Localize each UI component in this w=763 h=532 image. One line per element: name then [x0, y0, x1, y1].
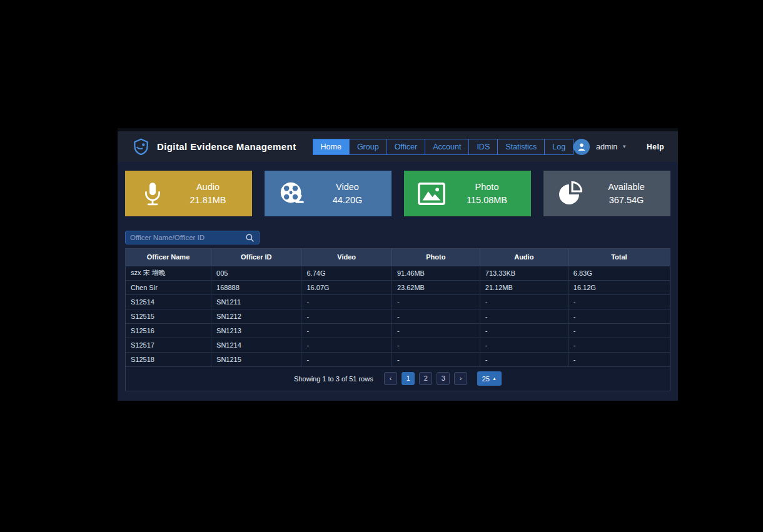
cell-officer-name: Chen Sir	[126, 280, 211, 294]
search-input[interactable]	[130, 234, 245, 241]
search-box	[125, 231, 260, 244]
main-nav: Home Group Officer Account IDS Statistic…	[313, 139, 574, 155]
tab-officer[interactable]: Officer	[387, 139, 426, 155]
available-card-text: Available 367.54G	[599, 181, 670, 207]
cell-photo: 23.62MB	[392, 280, 480, 294]
cell-audio: -	[480, 338, 568, 352]
table-row: szx 宋 增晚 005 6.74G 91.46MB 713.33KB 6.83…	[126, 266, 670, 280]
page-size-value: 25	[482, 375, 490, 383]
page-size-dropdown[interactable]: 25 ▲	[477, 371, 502, 386]
photo-card-title: Photo	[459, 181, 515, 194]
table-row: S12516 SN1213 - - - -	[126, 323, 670, 338]
microphone-icon	[125, 180, 180, 208]
column-header-officer-name: Officer Name	[126, 249, 211, 266]
tab-statistics[interactable]: Statistics	[497, 139, 545, 155]
audio-card-value: 21.81MB	[180, 194, 236, 207]
prev-page-button[interactable]: ‹	[384, 372, 397, 385]
tab-log[interactable]: Log	[544, 139, 574, 155]
cell-total: 6.83G	[568, 266, 670, 280]
cell-officer-name: S12514	[126, 294, 211, 309]
page-title: Digital Evidence Management	[157, 141, 296, 152]
tab-group[interactable]: Group	[349, 139, 387, 155]
cell-total: 16.12G	[568, 280, 670, 294]
cell-photo: -	[392, 294, 480, 309]
cell-photo: -	[392, 309, 480, 323]
photo-card-text: Photo 115.08MB	[459, 181, 531, 207]
cell-officer-name: S12515	[126, 309, 211, 323]
video-card-text: Video 44.20G	[320, 181, 392, 207]
cell-video: 16.07G	[301, 280, 392, 294]
column-header-video: Video	[301, 249, 392, 266]
pagination-bar: Showing 1 to 3 of 51 rows ‹ 1 2 3 › 25 ▲	[126, 367, 670, 391]
tab-ids[interactable]: IDS	[468, 139, 498, 155]
cell-officer-name: S12517	[126, 338, 211, 352]
column-header-officer-id: Officer ID	[211, 249, 301, 266]
pie-chart-icon	[543, 180, 599, 208]
cell-officer-name: szx 宋 增晚	[126, 266, 211, 280]
photo-card-value: 115.08MB	[459, 194, 515, 207]
tab-account[interactable]: Account	[425, 139, 469, 155]
cell-audio: -	[480, 352, 568, 366]
cell-audio: -	[480, 294, 568, 309]
column-header-photo: Photo	[392, 249, 480, 266]
table-row: S12517 SN1214 - - - -	[126, 338, 670, 352]
user-avatar[interactable]	[574, 139, 590, 155]
shield-logo-icon	[133, 138, 149, 155]
caret-up-icon: ▲	[492, 376, 497, 381]
film-reel-icon	[265, 179, 320, 208]
cell-photo: -	[392, 352, 480, 366]
available-card: Available 367.54G	[543, 171, 670, 216]
available-card-value: 367.54G	[599, 194, 654, 207]
cell-officer-id: 168888	[211, 280, 301, 294]
audio-card: Audio 21.81MB	[125, 171, 252, 216]
page-button-2[interactable]: 2	[419, 372, 432, 385]
cell-officer-id: SN1213	[211, 323, 301, 338]
app-window: Digital Evidence Management Home Group O…	[118, 128, 678, 401]
user-menu[interactable]: admin	[596, 143, 617, 151]
cell-total: -	[568, 352, 670, 366]
cell-video: -	[301, 352, 392, 366]
cell-officer-id: 005	[211, 266, 301, 280]
cell-officer-name: S12516	[126, 323, 211, 338]
photo-card: Photo 115.08MB	[404, 171, 531, 216]
table-row: S12515 SN1212 - - - -	[126, 309, 670, 323]
page-button-1[interactable]: 1	[402, 372, 415, 385]
cell-photo: -	[392, 323, 480, 338]
pagination-summary: Showing 1 to 3 of 51 rows	[294, 375, 373, 383]
cell-total: -	[568, 323, 670, 338]
cell-total: -	[568, 309, 670, 323]
cell-video: -	[301, 338, 392, 352]
cell-photo: 91.46MB	[392, 266, 480, 280]
audio-card-text: Audio 21.81MB	[180, 181, 252, 207]
officer-storage-table: Officer Name Officer ID Video Photo Audi…	[126, 249, 670, 367]
user-icon	[577, 142, 587, 152]
cell-photo: -	[392, 338, 480, 352]
navbar-right: admin ▼ Help	[574, 139, 664, 155]
search-icon	[245, 233, 255, 243]
column-header-total: Total	[568, 249, 670, 266]
audio-card-title: Audio	[180, 181, 236, 194]
cell-officer-name: S12518	[126, 352, 211, 366]
cell-audio: -	[480, 323, 568, 338]
tab-home[interactable]: Home	[313, 139, 350, 155]
cell-video: -	[301, 294, 392, 309]
page-button-3[interactable]: 3	[437, 372, 450, 385]
table-row: S12518 SN1215 - - - -	[126, 352, 670, 366]
search-button[interactable]	[245, 233, 255, 243]
column-header-audio: Audio	[480, 249, 568, 266]
cell-audio: -	[480, 309, 568, 323]
cell-total: -	[568, 294, 670, 309]
chevron-down-icon[interactable]: ▼	[622, 144, 627, 149]
help-link[interactable]: Help	[647, 143, 664, 151]
next-page-button[interactable]: ›	[454, 372, 467, 385]
cell-audio: 21.12MB	[480, 280, 568, 294]
video-card: Video 44.20G	[265, 171, 392, 216]
cell-video: 6.74G	[301, 266, 392, 280]
available-card-title: Available	[599, 181, 654, 194]
table-row: S12514 SN1211 - - - -	[126, 294, 670, 309]
cell-officer-id: SN1214	[211, 338, 301, 352]
top-navbar: Digital Evidence Management Home Group O…	[118, 131, 678, 162]
video-card-value: 44.20G	[320, 194, 375, 207]
table-header-row: Officer Name Officer ID Video Photo Audi…	[126, 249, 670, 266]
stat-cards: Audio 21.81MB Video 44.20G	[125, 171, 670, 216]
